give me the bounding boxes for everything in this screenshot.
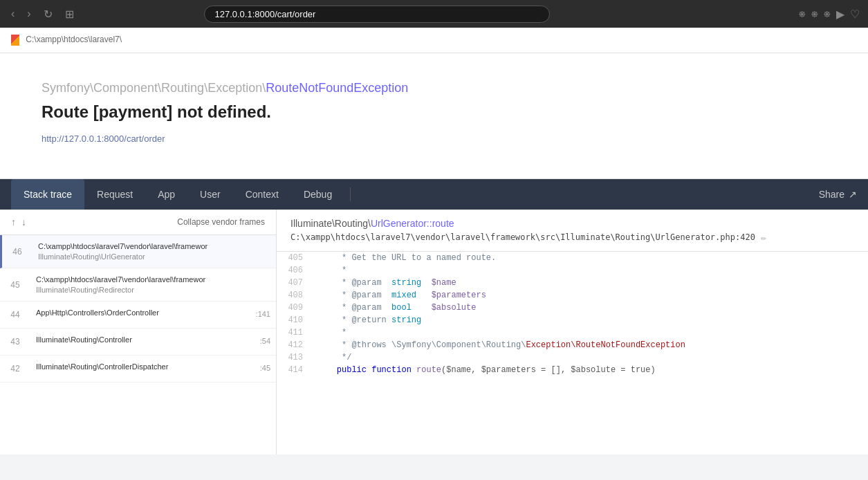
tab-user[interactable]: User [187,179,233,210]
frame-item-44[interactable]: 44 App\Http\Controllers\OrderController … [0,302,276,329]
exception-classname-highlight: RouteNotFoundException [266,81,408,95]
share-button[interactable]: Share ↗ [819,189,857,200]
code-line-409: 409 * @param bool $absolute [277,302,868,314]
browser-chrome: ‹ › ↻ ⊞ 127.0.0.1:8000/cart/order ⎈ ⎈ ⎈ … [0,0,868,28]
exception-url-link[interactable]: http://127.0.0.1:8000/cart/order [41,133,165,144]
exception-class: Symfony\Component\Routing\Exception\Rout… [41,81,827,95]
screenshot-icon: ⎈ [811,8,818,21]
line-content-408: * @param mixed $parameters [311,289,492,302]
frame-item-46[interactable]: 46 C:\xampp\htdocs\laravel7\vendor\larav… [0,235,276,268]
line-num-410: 410 [277,314,311,326]
line-content-413: */ [311,351,357,364]
favicon-icon [11,35,19,46]
code-method: UrlGenerator::route [371,218,454,229]
frame-line-44: :141 [256,302,276,328]
tab-app[interactable]: App [145,179,187,210]
line-num-408: 408 [277,289,311,302]
line-content-411: * [311,326,352,339]
line-content-405: * Get the URL to a named route. [311,252,501,264]
frame-list-panel: ↑ ↓ Collapse vendor frames 46 C:\xampp\h… [0,210,277,454]
frame-path-43: Illuminate\Routing\Controller [36,335,255,344]
error-content-area: Symfony\Component\Routing\Exception\Rout… [0,53,868,179]
stack-trace-area: Stack trace Request App User Context Deb… [0,179,868,454]
line-num-406: 406 [277,264,311,277]
frame-details-44: App\Http\Controllers\OrderController [30,302,256,328]
frame-item-43[interactable]: 43 Illuminate\Routing\Controller :54 [0,329,276,356]
line-num-411: 411 [277,326,311,339]
sort-down-button[interactable]: ↓ [21,216,26,228]
line-content-414: public function route($name, $parameters… [311,364,661,376]
stack-content: ↑ ↓ Collapse vendor frames 46 C:\xampp\h… [0,210,868,454]
line-num-414: 414 [277,364,311,376]
tab-debug[interactable]: Debug [291,179,344,210]
code-line-414: 414 public function route($name, $parame… [277,364,868,376]
extension-icon: ⎈ [824,8,831,21]
tab-stack-trace[interactable]: Stack trace [11,179,84,210]
line-num-412: 412 [277,339,311,351]
browser-action-icons: ⎈ ⎈ ⎈ ▶ ♡ [799,8,860,21]
code-line-407: 407 * @param string $name [277,277,868,289]
frame-details-45: C:\xampp\htdocs\laravel7\vendor\laravel\… [30,268,276,301]
share-label: Share [819,189,844,200]
breadcrumb-bar: C:\xampp\htdocs\laravel7\ [0,28,868,53]
frame-line-42: :45 [260,356,276,382]
grid-button[interactable]: ⊞ [62,5,77,24]
code-namespace: Illuminate\Routing\ [290,218,371,229]
share-arrow-icon: ↗ [849,189,857,200]
frame-number-42: 42 [0,356,30,382]
line-content-412: * @throws \Symfony\Component\Routing\Exc… [311,339,691,351]
frame-number-45: 45 [0,268,30,301]
frame-item-45[interactable]: 45 C:\xampp\htdocs\laravel7\vendor\larav… [0,268,276,302]
frame-number-46: 46 [2,235,33,268]
frame-number-44: 44 [0,302,30,328]
frame-details-43: Illuminate\Routing\Controller [30,329,260,355]
frame-path-44: App\Http\Controllers\OrderController [36,308,250,317]
code-class-name: Illuminate\Routing\UrlGenerator::route [290,218,854,229]
reload-button[interactable]: ↻ [41,5,55,24]
line-content-410: * @return string [311,314,427,326]
collapse-vendor-button[interactable]: Collapse vendor frames [177,217,265,227]
line-content-409: * @param bool $absolute [311,302,481,314]
breadcrumb-path: C:\xampp\htdocs\laravel7\ [26,35,122,44]
frame-number-43: 43 [0,329,30,355]
exception-message: Route [payment] not defined. [41,102,827,122]
code-file-path-text: C:\xampp\htdocs\laravel7\vendor\laravel\… [290,232,755,242]
frame-path-46: C:\xampp\htdocs\laravel7\vendor\laravel\… [38,242,270,250]
line-content-406: * [311,264,352,277]
frame-class-45: Illuminate\Routing\Redirector [36,286,270,294]
share-icon: ⎈ [799,8,806,21]
line-num-413: 413 [277,351,311,364]
play-icon: ▶ [836,8,844,21]
frame-path-42: Illuminate\Routing\ControllerDispatcher [36,362,255,371]
code-header: Illuminate\Routing\UrlGenerator::route C… [277,210,868,252]
nav-back-button[interactable]: ‹ [8,5,17,23]
line-content-407: * @param string $name [311,277,462,289]
frame-item-42[interactable]: 42 Illuminate\Routing\ControllerDispatch… [0,356,276,382]
code-file-path: C:\xampp\htdocs\laravel7\vendor\laravel\… [290,232,854,243]
code-line-405: 405 * Get the URL to a named route. [277,252,868,264]
tab-divider [350,187,351,201]
sort-up-button[interactable]: ↑ [11,216,16,228]
code-panel: Illuminate\Routing\UrlGenerator::route C… [277,210,868,454]
code-block: 405 * Get the URL to a named route. 406 … [277,252,868,376]
line-num-405: 405 [277,252,311,264]
code-line-412: 412 * @throws \Symfony\Component\Routing… [277,339,868,351]
line-num-407: 407 [277,277,311,289]
frame-details-46: C:\xampp\htdocs\laravel7\vendor\laravel\… [33,235,276,268]
frame-line-43: :54 [260,329,276,355]
code-line-410: 410 * @return string [277,314,868,326]
exception-url: http://127.0.0.1:8000/cart/order [41,133,827,144]
line-num-409: 409 [277,302,311,314]
edit-icon[interactable]: ✏ [761,232,766,243]
bookmark-icon: ♡ [850,8,860,21]
frame-details-42: Illuminate\Routing\ControllerDispatcher [30,356,260,382]
nav-forward-button[interactable]: › [24,5,33,23]
tab-context[interactable]: Context [233,179,291,210]
frame-path-45: C:\xampp\htdocs\laravel7\vendor\laravel\… [36,275,270,284]
code-line-408: 408 * @param mixed $parameters [277,289,868,302]
code-line-411: 411 * [277,326,868,339]
url-bar[interactable]: 127.0.0.1:8000/cart/order [204,6,550,23]
tab-request[interactable]: Request [84,179,145,210]
exception-namespace: Symfony\Component\Routing\Exception\ [41,81,266,95]
code-line-406: 406 * [277,264,868,277]
